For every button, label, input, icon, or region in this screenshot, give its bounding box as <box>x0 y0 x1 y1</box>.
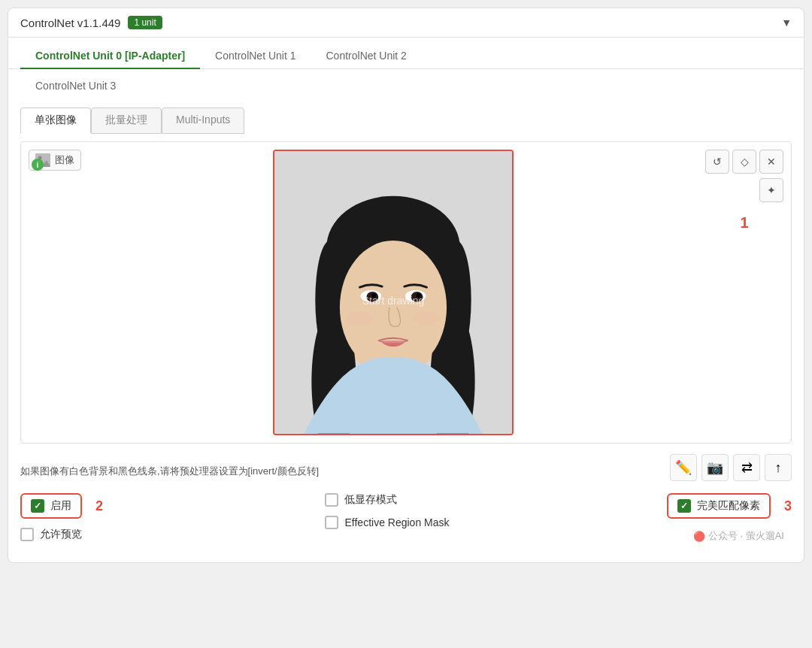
watermark-label: 公众号 · 萤火遛AI <box>708 529 784 543</box>
enable-group-box: ✓ 启用 <box>20 493 82 519</box>
number-1-label: 1 <box>732 207 756 239</box>
upload-image-button[interactable]: i 图像 <box>29 150 81 171</box>
undo-button[interactable]: ↺ <box>705 150 729 174</box>
effective-region-item: Effective Region Mask <box>325 516 449 529</box>
low-vram-checkbox[interactable] <box>325 493 338 507</box>
enable-checkbox[interactable]: ✓ <box>31 499 44 513</box>
tab-batch[interactable]: 批量处理 <box>91 107 162 134</box>
controls-left: ✓ 启用 2 允许预览 <box>20 493 103 541</box>
pixel-perfect-group-box: ✓ 完美匹配像素 <box>667 493 771 519</box>
svg-point-20 <box>414 311 441 326</box>
main-tabs-row: ControlNet Unit 0 [IP-Adapter] ControlNe… <box>8 38 804 69</box>
controls-right: ✓ 完美匹配像素 3 🔴 公众号 · 萤火遛AI <box>641 493 792 550</box>
controls-grid: ✓ 启用 2 允许预览 低显存模式 <box>20 490 792 553</box>
header-bar: ControlNet v1.1.449 1 unit ▼ <box>8 8 804 38</box>
effective-region-checkbox[interactable] <box>325 516 338 529</box>
image-control-buttons: ↺ ◇ ✕ <box>705 150 783 174</box>
info-text: 如果图像有白色背景和黑色线条,请将预处理器设置为[invert/颜色反转] <box>20 465 319 478</box>
low-vram-item: 低显存模式 <box>325 493 449 507</box>
swap-button[interactable]: ⇄ <box>733 454 760 481</box>
tab-controlnet-unit3[interactable]: ControlNet Unit 3 <box>20 74 131 99</box>
svg-point-12 <box>340 241 447 374</box>
tab-single-image[interactable]: 单张图像 <box>20 107 91 134</box>
enable-checkmark: ✓ <box>34 501 41 511</box>
image-icon: i <box>35 153 50 167</box>
upload-button[interactable]: ↑ <box>765 454 792 481</box>
svg-point-19 <box>347 311 374 326</box>
main-tabs-row-second: ControlNet Unit 3 <box>8 69 804 98</box>
image-preview-section: Start drawing <box>89 150 698 435</box>
tab-controlnet-unit2[interactable]: ControlNet Unit 2 <box>311 44 422 69</box>
upload-panel: i 图像 <box>20 141 792 444</box>
right-controls: ↺ ◇ ✕ ✦ 1 <box>705 150 783 435</box>
allow-preview-checkbox[interactable] <box>20 528 34 541</box>
collapse-arrow-icon[interactable]: ▼ <box>781 17 792 29</box>
header-left: ControlNet v1.1.449 1 unit <box>20 16 162 29</box>
upload-label: 图像 <box>55 153 74 167</box>
svg-point-17 <box>371 293 376 298</box>
low-vram-label: 低显存模式 <box>344 493 397 507</box>
number-2-label: 2 <box>95 498 103 514</box>
watermark-icon: 🔴 <box>693 531 705 542</box>
eraser-button[interactable]: ◇ <box>732 150 756 174</box>
pencil-edit-button[interactable]: ✏️ <box>670 454 697 481</box>
unit-badge: 1 unit <box>128 16 162 29</box>
image-upload-area[interactable]: Start drawing <box>273 150 514 435</box>
controls-center: 低显存模式 Effective Region Mask <box>325 493 449 529</box>
allow-preview-item: 允许预览 <box>20 528 103 541</box>
portrait-image <box>274 151 512 434</box>
pixel-perfect-checkmark: ✓ <box>680 501 688 511</box>
image-left-section: i 图像 <box>29 150 81 435</box>
watermark-text: 🔴 公众号 · 萤火遛AI <box>693 529 784 543</box>
info-circle-icon: i <box>32 159 44 171</box>
tab-controlnet-unit0[interactable]: ControlNet Unit 0 [IP-Adapter] <box>20 44 200 69</box>
number-3-label: 3 <box>784 498 792 514</box>
close-button[interactable]: ✕ <box>759 150 783 174</box>
effective-region-label: Effective Region Mask <box>344 516 449 528</box>
pixel-perfect-checkbox[interactable]: ✓ <box>677 499 691 513</box>
enable-label: 启用 <box>50 499 71 513</box>
image-mode-tabs: 单张图像 批量处理 Multi-Inputs <box>20 107 792 134</box>
bottom-action-buttons: ✏️ 📷 ⇄ ↑ <box>670 454 792 481</box>
tab-controlnet-unit1[interactable]: ControlNet Unit 1 <box>200 44 311 69</box>
pixel-perfect-label: 完美匹配像素 <box>697 499 760 513</box>
wand-button[interactable]: ✦ <box>759 178 783 202</box>
header-title: ControlNet v1.1.449 <box>20 17 120 29</box>
svg-point-18 <box>417 293 421 298</box>
content-area: 单张图像 批量处理 Multi-Inputs i 图像 <box>8 98 804 562</box>
controlnet-panel: ControlNet v1.1.449 1 unit ▼ ControlNet … <box>8 8 804 563</box>
allow-preview-label: 允许预览 <box>40 528 82 541</box>
camera-button[interactable]: 📷 <box>701 454 729 481</box>
tab-multi-inputs[interactable]: Multi-Inputs <box>162 107 244 134</box>
